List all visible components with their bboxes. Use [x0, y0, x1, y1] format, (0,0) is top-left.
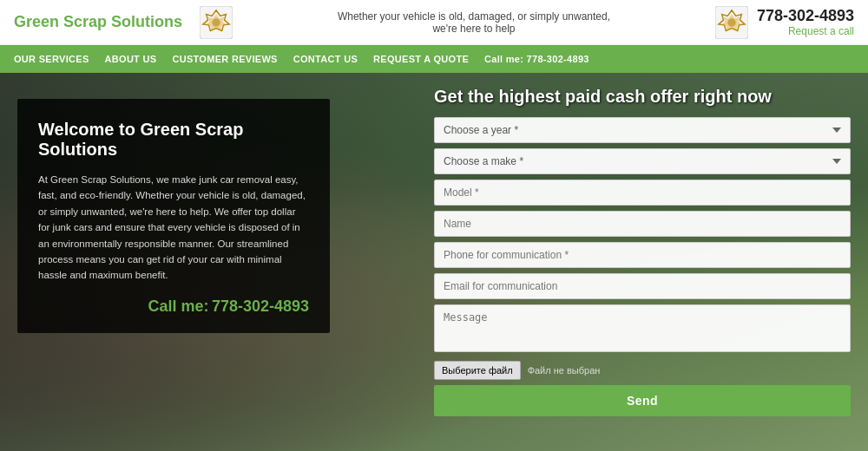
file-upload-row: Выберите файл Файл не выбран [434, 361, 851, 380]
nav-request-quote[interactable]: REQUEST A QUOTE [373, 54, 469, 64]
main-nav: OUR SERVICES ABOUT US CUSTOMER REVIEWS C… [0, 45, 868, 73]
welcome-title: Welcome to Green Scrap Solutions [38, 120, 309, 160]
site-logo: Green Scrap Solutions [14, 13, 182, 31]
hero-left-panel: Welcome to Green Scrap Solutions At Gree… [0, 73, 425, 451]
name-input[interactable] [434, 211, 851, 237]
model-input[interactable] [434, 180, 851, 206]
request-call-link[interactable]: Request a call [757, 25, 854, 37]
hero-right-panel: Get the highest paid cash offer right no… [425, 73, 868, 451]
header-phone-number: 778-302-4893 [757, 7, 854, 25]
message-input[interactable] [434, 304, 851, 352]
nav-our-services[interactable]: OUR SERVICES [14, 54, 89, 64]
welcome-text: At Green Scrap Solutions, we make junk c… [38, 172, 309, 284]
nav-about-us[interactable]: ABOUT US [105, 54, 157, 64]
header-icon-left [200, 6, 233, 39]
hero-content: Welcome to Green Scrap Solutions At Gree… [0, 73, 868, 451]
svg-point-7 [727, 18, 736, 27]
call-label: Call me: [148, 297, 209, 315]
nav-customer-reviews[interactable]: CUSTOMER REVIEWS [172, 54, 277, 64]
nav-call-me[interactable]: Call me: 778-302-4893 [484, 54, 589, 64]
header-icon-right [715, 6, 748, 39]
header-tagline: Whether your vehicle is old, damaged, or… [241, 10, 707, 35]
file-choose-button[interactable]: Выберите файл [434, 361, 521, 380]
welcome-box: Welcome to Green Scrap Solutions At Gree… [17, 99, 330, 333]
quote-form: Choose a year * Choose a make * Выберите… [434, 117, 851, 416]
email-input[interactable] [434, 273, 851, 299]
file-name-label: Файл не выбран [528, 365, 601, 376]
year-select[interactable]: Choose a year * [434, 117, 851, 143]
svg-point-3 [212, 18, 220, 27]
site-header: Green Scrap Solutions Whether your vehic… [0, 0, 868, 45]
call-phone: 778-302-4893 [212, 297, 309, 315]
phone-input[interactable] [434, 242, 851, 268]
header-contact: 778-302-4893 Request a call [757, 7, 854, 37]
welcome-call: Call me: 778-302-4893 [38, 297, 309, 316]
make-select[interactable]: Choose a make * [434, 148, 851, 174]
nav-contact-us[interactable]: CONTACT US [293, 54, 358, 64]
send-button[interactable]: Send [434, 385, 851, 416]
form-title: Get the highest paid cash offer right no… [434, 87, 851, 107]
hero-section: Welcome to Green Scrap Solutions At Gree… [0, 73, 868, 451]
